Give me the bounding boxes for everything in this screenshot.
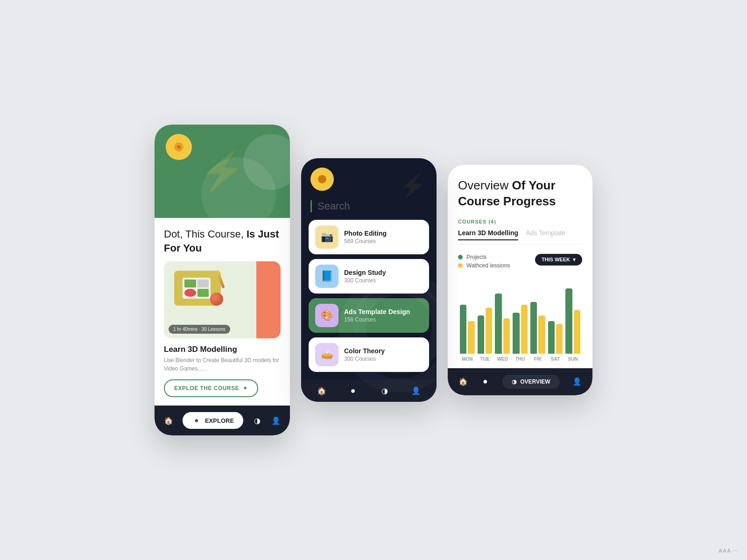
photo-icon-box: 📷 [315, 225, 338, 249]
nav2-home-icon[interactable]: 🏠 [317, 386, 326, 395]
bar-green-fri [530, 302, 537, 354]
avatar-2 [310, 168, 334, 191]
bar-group-fri [530, 302, 545, 354]
explore-label: EXPLORE [205, 417, 234, 424]
chart-label-sun: SUN [565, 357, 580, 362]
cell-4 [197, 289, 209, 297]
design-icon-box: 📘 [315, 265, 338, 288]
phone1-header: ⚡ [155, 125, 290, 218]
color-icon-box: 🥧 [315, 343, 338, 366]
bar-group-wed [495, 294, 510, 353]
bar-yellow-mon [468, 321, 474, 354]
avatar-dot-2 [318, 175, 326, 183]
this-week-button[interactable]: THIS WEEK ▾ [535, 254, 582, 266]
nav-chart-icon[interactable]: ◑ [253, 416, 262, 425]
watermark: AAA ··· [719, 548, 739, 553]
nav-explore-pill[interactable]: ● EXPLORE [183, 412, 243, 429]
course-illustration [169, 266, 230, 327]
bar-yellow-sat [556, 324, 563, 354]
nav2-search-icon[interactable]: ● [348, 386, 358, 395]
avatar-dot [174, 142, 183, 152]
projects-dot [458, 255, 463, 259]
nav3-home-icon[interactable]: 🏠 [458, 377, 468, 386]
chart-label-wed: WED [495, 357, 510, 362]
bar-green-wed [495, 294, 501, 353]
course-desc: Use Blender to Create Beautiful 3D model… [164, 356, 281, 373]
bar-yellow-thu [521, 305, 528, 354]
phone3-content: Overview Of Your Course Progress COURSES… [448, 165, 592, 362]
phone1-content: Dot, This Course, Is Just For You [155, 218, 290, 406]
course-count-photo: 569 Courses [344, 238, 387, 245]
bar-yellow-tue [486, 308, 492, 354]
course-name: Learn 3D Modelling [164, 345, 281, 354]
duration-badge: 1 hr 40mins · 30 Lessons [169, 325, 230, 334]
course-name-photo: Photo Editing [344, 230, 387, 237]
course-card[interactable]: 1 hr 40mins · 30 Lessons [164, 261, 281, 338]
decorative-zigzag-2: ⚡ [398, 172, 427, 199]
course-item-photo[interactable]: 📷 Photo Editing 569 Courses [309, 220, 429, 254]
course-tabs: Learn 3D Modelling Ads Template [458, 229, 582, 245]
search-bar[interactable]: Search [310, 200, 427, 212]
arrow-icon: ✦ [243, 385, 248, 392]
phone-1: ⚡ Dot, This Course, Is Just For You [155, 125, 290, 435]
avatar [166, 134, 192, 160]
chart-legend: Projects Wathced lessions [458, 254, 510, 269]
phones-container: ⚡ Dot, This Course, Is Just For You [155, 125, 592, 435]
chart-day-labels: MONTUEWEDTHUFRISATSUN [458, 357, 582, 362]
bar-group-sat [548, 321, 563, 354]
watched-dot [458, 263, 463, 268]
nav3-profile-icon[interactable]: 👤 [572, 377, 582, 386]
cell-3 [184, 289, 196, 297]
chart-label-fri: FRI [530, 357, 545, 362]
bar-yellow-wed [503, 318, 510, 354]
bar-group-thu [513, 305, 528, 354]
chart-label-sat: SAT [548, 357, 563, 362]
ads-icon-box: 🎨 [315, 304, 338, 327]
bar-group-tue [478, 308, 493, 354]
nav3-overview-pill[interactable]: ◑ OVERVIEW [502, 375, 559, 389]
cell-1 [184, 280, 196, 287]
tab-learn3d[interactable]: Learn 3D Modelling [458, 229, 518, 240]
chevron-down-icon: ▾ [573, 257, 576, 263]
decorative-zigzag: ⚡ [199, 149, 246, 193]
bar-green-tue [478, 315, 484, 354]
explore-icon: ● [192, 416, 201, 425]
cell-2 [197, 280, 209, 287]
legend-projects: Projects [458, 254, 510, 260]
legend-watched: Wathced lessions [458, 262, 510, 269]
nav-home-icon[interactable]: 🏠 [164, 416, 173, 425]
bar-green-sun [565, 288, 572, 354]
tab-ads[interactable]: Ads Template [526, 229, 565, 240]
bar-group-sun [565, 288, 580, 354]
courses-label: COURSES (4) [458, 219, 582, 224]
bar-yellow-fri [538, 315, 545, 354]
chart-label-tue: TUE [478, 357, 493, 362]
chart-label-thu: THU [513, 357, 528, 362]
card-accent [256, 261, 281, 338]
phone3-nav: 🏠 ● ◑ OVERVIEW 👤 [448, 368, 592, 395]
overview-pie-icon: ◑ [512, 378, 516, 385]
phone-3: Overview Of Your Course Progress COURSES… [448, 165, 592, 395]
course-info-photo: Photo Editing 569 Courses [344, 230, 387, 245]
overview-title: Overview Of Your Course Progress [458, 178, 582, 210]
overview-label: OVERVIEW [520, 378, 550, 385]
bar-yellow-sun [574, 310, 580, 353]
progress-chart [458, 279, 582, 354]
explore-button[interactable]: EXPLOE THE COURSE ✦ [164, 379, 258, 397]
bar-group-mon [460, 305, 475, 354]
bar-green-thu [513, 313, 519, 354]
chart-label-mon: MON [460, 357, 475, 362]
greeting-text: Dot, This Course, Is Just For You [164, 227, 281, 255]
bar-green-mon [460, 305, 466, 354]
board-ball [210, 293, 223, 306]
bar-green-sat [548, 321, 555, 354]
legend-row: Projects Wathced lessions THIS WEEK ▾ [458, 254, 582, 274]
board-screen [183, 278, 211, 299]
design-board-icon [169, 266, 226, 308]
nav3-search-icon[interactable]: ● [480, 377, 490, 386]
phone-2: ⚡ Search 📷 Photo Editing 569 Courses 📘 D… [301, 158, 437, 402]
search-placeholder: Search [317, 200, 427, 212]
phone1-nav: 🏠 ● EXPLORE ◑ 👤 [155, 406, 290, 435]
nav-profile-icon[interactable]: 👤 [271, 416, 281, 425]
